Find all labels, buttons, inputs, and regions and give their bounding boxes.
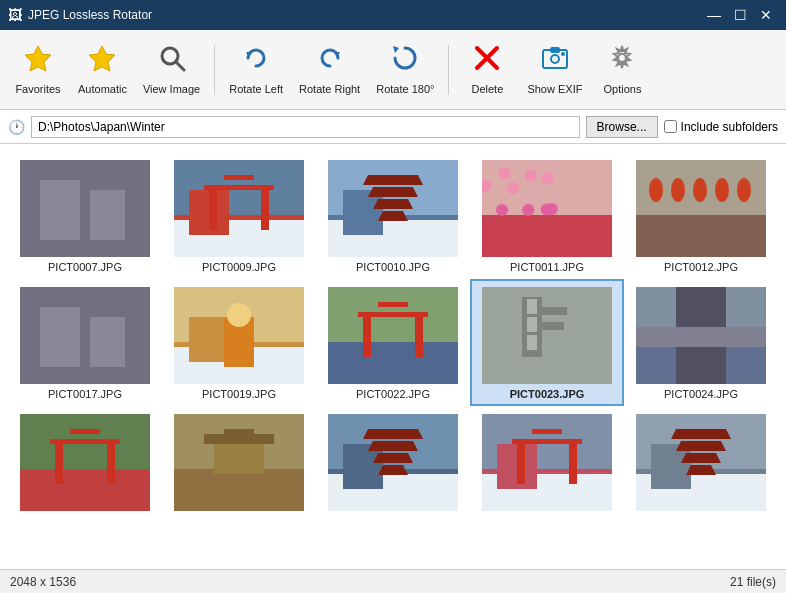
thumb-image-6 [20, 287, 150, 384]
thumb-image-3 [328, 160, 458, 257]
thumb-cell-9[interactable]: PICT0023.JPG [470, 279, 624, 406]
toolbar-separator [214, 45, 215, 95]
app-icon: 🖼 [8, 7, 22, 23]
view-image-label: View Image [143, 83, 200, 96]
favorites-label: Favorites [15, 83, 60, 96]
thumb-cell-10[interactable]: PICT0024.JPG [624, 279, 778, 406]
thumb-cell-4[interactable]: PICT0011.JPG [470, 152, 624, 279]
thumb-image-2 [174, 160, 304, 257]
subfolders-label[interactable]: Include subfolders [664, 120, 778, 134]
main-content: PICT0007.JPGPICT0009.JPGPICT0010.JPGPICT… [0, 144, 786, 569]
automatic-icon [86, 42, 118, 79]
thumb-cell-2[interactable]: PICT0009.JPG [162, 152, 316, 279]
rotate-right-button[interactable]: Rotate Right [293, 36, 366, 104]
delete-label: Delete [472, 83, 504, 96]
thumb-cell-5[interactable]: PICT0012.JPG [624, 152, 778, 279]
subfolders-checkbox[interactable] [664, 120, 677, 133]
favorites-button[interactable]: Favorites [8, 36, 68, 104]
thumb-cell-8[interactable]: PICT0022.JPG [316, 279, 470, 406]
favorites-icon [22, 42, 54, 79]
thumb-image-7 [174, 287, 304, 384]
automatic-label: Automatic [78, 83, 127, 96]
thumb-cell-12[interactable] [162, 406, 316, 521]
thumb-cell-14[interactable] [470, 406, 624, 521]
thumb-label-4: PICT0011.JPG [510, 261, 584, 273]
rotate-right-icon [314, 42, 346, 79]
minimize-button[interactable]: — [702, 3, 726, 27]
rotate-left-icon [240, 42, 272, 79]
title-controls: — ☐ ✕ [702, 3, 778, 27]
toolbar: FavoritesAutomaticView ImageRotate LeftR… [0, 30, 786, 110]
options-label: Options [603, 83, 641, 96]
thumb-cell-11[interactable] [8, 406, 162, 521]
show-exif-button[interactable]: Show EXIF [521, 36, 588, 104]
rotate-left-label: Rotate Left [229, 83, 283, 96]
thumb-image-11 [20, 414, 150, 511]
thumb-label-3: PICT0010.JPG [356, 261, 430, 273]
thumb-label-9: PICT0023.JPG [510, 388, 585, 400]
svg-point-10 [551, 55, 559, 63]
close-button[interactable]: ✕ [754, 3, 778, 27]
show-exif-label: Show EXIF [527, 83, 582, 96]
view-image-icon [156, 42, 188, 79]
delete-icon [471, 42, 503, 79]
thumb-image-13 [328, 414, 458, 511]
thumb-image-9 [482, 287, 612, 384]
rotate-180-label: Rotate 180° [376, 83, 434, 96]
thumb-image-10 [636, 287, 766, 384]
thumb-label-7: PICT0019.JPG [202, 388, 276, 400]
path-history-button[interactable]: 🕐 [8, 119, 25, 135]
svg-marker-6 [393, 46, 399, 53]
thumb-image-8 [328, 287, 458, 384]
svg-marker-1 [89, 46, 115, 71]
maximize-button[interactable]: ☐ [728, 3, 752, 27]
svg-point-12 [561, 52, 565, 56]
gallery: PICT0007.JPGPICT0009.JPGPICT0010.JPGPICT… [0, 144, 786, 569]
show-exif-icon [539, 42, 571, 79]
status-bar: 2048 x 1536 21 file(s) [0, 569, 786, 593]
delete-button[interactable]: Delete [457, 36, 517, 104]
thumb-image-4 [482, 160, 612, 257]
thumb-cell-6[interactable]: PICT0017.JPG [8, 279, 162, 406]
thumb-cell-3[interactable]: PICT0010.JPG [316, 152, 470, 279]
rotate-180-button[interactable]: Rotate 180° [370, 36, 440, 104]
thumb-label-10: PICT0024.JPG [664, 388, 738, 400]
subfolders-text: Include subfolders [681, 120, 778, 134]
rotate-left-button[interactable]: Rotate Left [223, 36, 289, 104]
rotate-right-label: Rotate Right [299, 83, 360, 96]
thumb-image-15 [636, 414, 766, 511]
toolbar-separator-2 [448, 45, 449, 95]
svg-line-3 [176, 62, 184, 70]
file-count: 21 file(s) [730, 575, 776, 589]
view-image-button[interactable]: View Image [137, 36, 206, 104]
title-bar-left: 🖼 JPEG Lossless Rotator [8, 7, 152, 23]
svg-marker-0 [25, 46, 51, 71]
thumb-label-2: PICT0009.JPG [202, 261, 276, 273]
thumb-image-1 [20, 160, 150, 257]
browse-button[interactable]: Browse... [586, 116, 658, 138]
automatic-button[interactable]: Automatic [72, 36, 133, 104]
options-button[interactable]: Options [592, 36, 652, 104]
thumb-cell-1[interactable]: PICT0007.JPG [8, 152, 162, 279]
thumb-image-5 [636, 160, 766, 257]
thumb-cell-15[interactable] [624, 406, 778, 521]
thumb-cell-7[interactable]: PICT0019.JPG [162, 279, 316, 406]
options-icon [606, 42, 638, 79]
thumb-cell-13[interactable] [316, 406, 470, 521]
app-title: JPEG Lossless Rotator [28, 8, 152, 22]
path-bar: 🕐 Browse... Include subfolders [0, 110, 786, 144]
thumb-label-8: PICT0022.JPG [356, 388, 430, 400]
rotate-180-icon [389, 42, 421, 79]
thumb-label-5: PICT0012.JPG [664, 261, 738, 273]
path-input[interactable] [31, 116, 580, 138]
thumb-image-14 [482, 414, 612, 511]
thumb-label-1: PICT0007.JPG [48, 261, 122, 273]
thumb-label-6: PICT0017.JPG [48, 388, 122, 400]
thumb-image-12 [174, 414, 304, 511]
title-bar: 🖼 JPEG Lossless Rotator — ☐ ✕ [0, 0, 786, 30]
image-dimensions: 2048 x 1536 [10, 575, 76, 589]
